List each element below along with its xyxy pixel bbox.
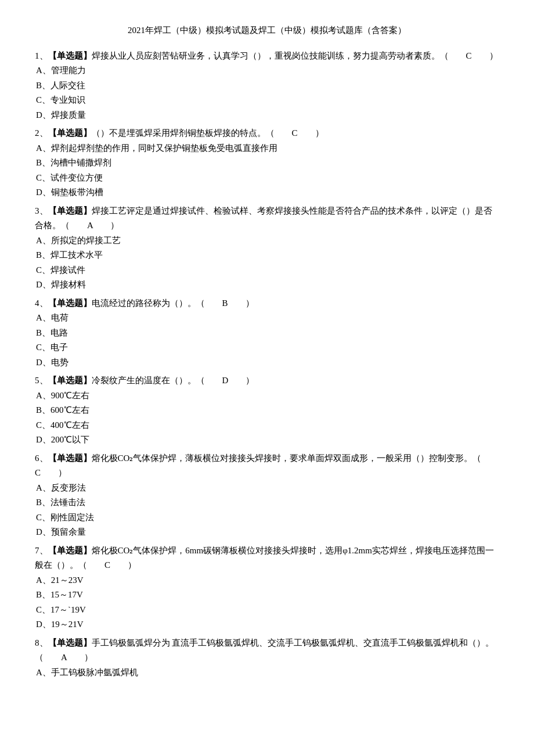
q7-number: 7、	[35, 546, 48, 555]
q5-option-d: D、200℃以下	[36, 433, 499, 448]
q2-tag: 【单选题】	[48, 128, 92, 138]
q4-number: 4、	[35, 298, 48, 308]
q7-option-a: A、21～23V	[36, 573, 499, 588]
q6-option-b: B、法锤击法	[36, 495, 499, 510]
q5-tag: 【单选题】	[48, 376, 92, 385]
q3-body: 焊接工艺评定是通过焊接试件、检验试样、考察焊接接头性能是否符合产品的技术条件，以…	[35, 206, 492, 231]
q4-option-c: C、电子	[36, 340, 499, 355]
q7-option-b: B、15～17V	[36, 588, 499, 603]
q4-tag: 【单选题】	[48, 298, 92, 308]
q2-body: （）不是埋弧焊采用焊剂铜垫板焊接的特点。（ C ）	[92, 128, 324, 138]
questions-container: 1、【单选题】焊接从业人员应刻苦钻研业务，认真学习（），重视岗位技能训练，努力提…	[35, 49, 499, 681]
q4-option-d: D、电势	[36, 355, 499, 370]
q1-tag: 【单选题】	[48, 51, 92, 60]
question-1-text: 1、【单选题】焊接从业人员应刻苦钻研业务，认真学习（），重视岗位技能训练，努力提…	[35, 49, 499, 64]
q6-option-c: C、刚性固定法	[36, 510, 499, 525]
q1-number: 1、	[35, 51, 48, 60]
question-5-text: 5、【单选题】冷裂纹产生的温度在（）。（ D ）	[35, 373, 499, 388]
q8-body: 手工钨极氩弧焊分为 直流手工钨极氩弧焊机、交流手工钨极氩弧焊机、交直流手工钨极氩…	[35, 638, 494, 663]
q5-option-b: B、600℃左右	[36, 403, 499, 418]
q1-body: 焊接从业人员应刻苦钻研业务，认真学习（），重视岗位技能训练，努力提高劳动者素质。…	[92, 51, 498, 60]
q3-option-a: A、所拟定的焊接工艺	[36, 233, 499, 249]
question-2-text: 2、【单选题】（）不是埋弧焊采用焊剂铜垫板焊接的特点。（ C ）	[35, 126, 499, 141]
q6-option-a: A、反变形法	[36, 481, 499, 496]
q3-tag: 【单选题】	[48, 206, 92, 215]
q4-body: 电流经过的路径称为（）。（ B ）	[92, 298, 254, 308]
question-6: 6、【单选题】熔化极CO₂气体保护焊，薄板横位对接接头焊接时，要求单面焊双面成形…	[35, 451, 499, 540]
q3-option-b: B、焊工技术水平	[36, 248, 499, 263]
q4-option-a: A、电荷	[36, 311, 499, 326]
question-5: 5、【单选题】冷裂纹产生的温度在（）。（ D ） A、900℃左右 B、600℃…	[35, 373, 499, 448]
q3-number: 3、	[35, 206, 48, 215]
q5-option-a: A、900℃左右	[36, 388, 499, 404]
q2-number: 2、	[35, 128, 48, 138]
q8-tag: 【单选题】	[48, 638, 92, 647]
q5-option-c: C、400℃左右	[36, 418, 499, 433]
question-7-text: 7、【单选题】熔化极CO₂气体保护焊，6mm碳钢薄板横位对接接头焊接时，选用φ1…	[35, 543, 499, 573]
q2-option-b: B、沟槽中铺撒焊剂	[36, 156, 499, 171]
q6-body: 熔化极CO₂气体保护焊，薄板横位对接接头焊接时，要求单面焊双面成形，一般采用（）…	[35, 453, 499, 478]
question-3: 3、【单选题】焊接工艺评定是通过焊接试件、检验试样、考察焊接接头性能是否符合产品…	[35, 204, 499, 293]
q1-option-c: C、专业知识	[36, 93, 499, 108]
q8-number: 8、	[35, 638, 48, 647]
q1-option-d: D、焊接质量	[36, 108, 499, 123]
q7-body: 熔化极CO₂气体保护焊，6mm碳钢薄板横位对接接头焊接时，选用φ1.2mm实芯焊…	[35, 546, 494, 570]
q6-option-d: D、预留余量	[36, 525, 499, 540]
q5-body: 冷裂纹产生的温度在（）。（ D ）	[92, 376, 255, 385]
q1-option-a: A、管理能力	[36, 63, 499, 78]
q6-tag: 【单选题】	[48, 453, 92, 463]
q7-tag: 【单选题】	[48, 546, 92, 555]
q2-option-a: A、焊剂起焊剂垫的作用，同时又保护铜垫板免受电弧直接作用	[36, 141, 499, 156]
question-4: 4、【单选题】电流经过的路径称为（）。（ B ） A、电荷 B、电路 C、电子 …	[35, 296, 499, 370]
question-6-text: 6、【单选题】熔化极CO₂气体保护焊，薄板横位对接接头焊接时，要求单面焊双面成形…	[35, 451, 499, 481]
q1-option-b: B、人际交往	[36, 78, 499, 93]
q7-option-c: C、17～`19V	[36, 603, 499, 618]
question-8: 8、【单选题】手工钨极氩弧焊分为 直流手工钨极氩弧焊机、交流手工钨极氩弧焊机、交…	[35, 636, 499, 681]
q2-option-c: C、试件变位方便	[36, 171, 499, 186]
question-7: 7、【单选题】熔化极CO₂气体保护焊，6mm碳钢薄板横位对接接头焊接时，选用φ1…	[35, 543, 499, 632]
q3-option-d: D、焊接材料	[36, 278, 499, 293]
question-8-text: 8、【单选题】手工钨极氩弧焊分为 直流手工钨极氩弧焊机、交流手工钨极氩弧焊机、交…	[35, 636, 499, 665]
question-3-text: 3、【单选题】焊接工艺评定是通过焊接试件、检验试样、考察焊接接头性能是否符合产品…	[35, 204, 499, 233]
page-title: 2021年焊工（中级）模拟考试题及焊工（中级）模拟考试题库（含答案）	[35, 23, 499, 38]
q5-number: 5、	[35, 376, 48, 385]
q6-number: 6、	[35, 453, 48, 463]
question-2: 2、【单选题】（）不是埋弧焊采用焊剂铜垫板焊接的特点。（ C ） A、焊剂起焊剂…	[35, 126, 499, 200]
question-1: 1、【单选题】焊接从业人员应刻苦钻研业务，认真学习（），重视岗位技能训练，努力提…	[35, 49, 499, 123]
q7-option-d: D、19～21V	[36, 617, 499, 632]
q8-option-a: A、手工钨极脉冲氩弧焊机	[36, 665, 499, 681]
question-4-text: 4、【单选题】电流经过的路径称为（）。（ B ）	[35, 296, 499, 311]
q4-option-b: B、电路	[36, 326, 499, 341]
q2-option-d: D、铜垫板带沟槽	[36, 185, 499, 200]
q3-option-c: C、焊接试件	[36, 263, 499, 278]
